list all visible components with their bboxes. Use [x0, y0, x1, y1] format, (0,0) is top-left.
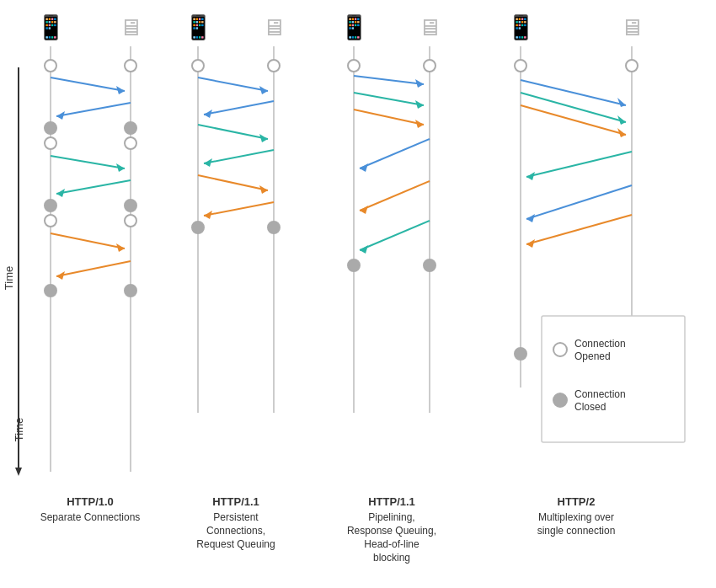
http10-server-icon: 🖥: [119, 14, 142, 40]
svg-point-9: [45, 137, 56, 149]
svg-point-15: [45, 200, 56, 211]
http11p-client-icon: 📱: [184, 13, 213, 41]
conn1-close-client: [45, 122, 56, 134]
http11pipe-sublabel3: Head-of-line: [364, 538, 419, 550]
http11pipe-sublabel2: Response Queuing,: [347, 525, 436, 537]
svg-point-41: [192, 222, 204, 233]
http11pipe-server-icon: 🖥: [418, 14, 441, 40]
svg-point-18: [125, 215, 136, 227]
svg-point-45: [348, 60, 360, 72]
http10-sublabel: Separate Connections: [40, 511, 141, 523]
http11pipe-label: HTTP/1.1: [368, 495, 415, 508]
time-axis-label: Time: [3, 266, 15, 290]
svg-point-63: [515, 60, 526, 72]
time-label: Time: [13, 418, 25, 441]
svg-point-28: [268, 60, 280, 72]
http11p-sublabel2: Connections,: [206, 525, 265, 537]
svg-point-60: [424, 259, 435, 271]
svg-point-17: [45, 215, 56, 227]
http11pipe-client-icon: 📱: [339, 13, 369, 41]
conn1-close-server: [125, 122, 136, 134]
conn1-open: [45, 60, 56, 72]
http2-sublabel2: single connection: [537, 525, 616, 537]
svg-point-10: [125, 137, 136, 149]
http2-sublabel1: Multiplexing over: [538, 511, 614, 523]
conn1-server-open: [125, 60, 136, 72]
http-diagram-svg: Time 📱 🖥 HTTP/1.0 Separate Connections: [0, 0, 716, 588]
http11pipe-sublabel1: Pipelining,: [368, 511, 414, 523]
svg-point-42: [268, 222, 280, 233]
http2-server-icon: 🖥: [620, 14, 644, 40]
http10-client-icon: 📱: [36, 13, 66, 41]
http11p-server-icon: 🖥: [262, 14, 286, 40]
svg-point-27: [192, 60, 204, 72]
http2-label: HTTP/2: [558, 495, 596, 508]
svg-point-23: [45, 285, 56, 297]
diagram-container: Time 📱 🖥 HTTP/1.0 Separate Connections: [0, 0, 716, 588]
http11p-label: HTTP/1.1: [212, 495, 259, 508]
http11p-sublabel1: Persistent: [213, 511, 259, 523]
legend-closed-label2: Closed: [574, 401, 606, 413]
legend-box: [542, 316, 685, 442]
svg-point-16: [125, 200, 136, 211]
http11p-sublabel3: Request Queuing: [196, 538, 275, 550]
svg-point-77: [515, 348, 526, 360]
http10-label: HTTP/1.0: [67, 495, 114, 508]
legend-closed-label: Connection: [574, 388, 626, 400]
svg-point-59: [348, 259, 360, 271]
legend-opened-label: Connection: [574, 338, 626, 350]
http2-client-icon: 📱: [506, 13, 536, 41]
svg-point-46: [424, 60, 435, 72]
legend-closed-icon: [553, 393, 567, 407]
svg-point-64: [626, 60, 638, 72]
legend-opened-label2: Opened: [574, 350, 611, 362]
http11pipe-sublabel4: blocking: [373, 552, 410, 564]
legend-opened-icon: [553, 343, 567, 356]
svg-point-24: [125, 285, 136, 297]
